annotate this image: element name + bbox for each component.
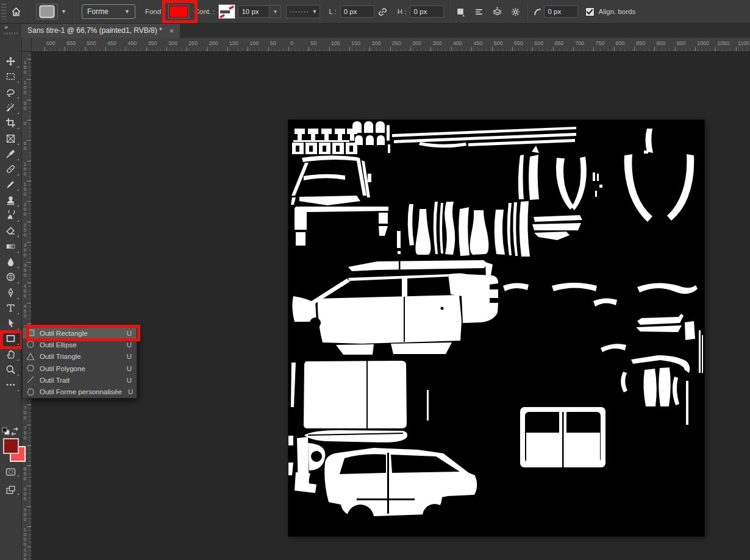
frame-tool[interactable]: [0, 132, 21, 147]
fill-color-swatch[interactable]: [169, 5, 188, 18]
chevron-down-icon[interactable]: ▼: [269, 5, 281, 18]
lasso-icon: [5, 87, 16, 100]
gradient-tool[interactable]: [0, 240, 21, 255]
lasso-tool[interactable]: [0, 86, 21, 101]
path-operations-icon[interactable]: [454, 5, 466, 18]
tools-panel: [0, 38, 22, 560]
shape-height-input[interactable]: [410, 5, 444, 18]
document-tab-bar: Sans titre-1 @ 66,7% (painted1, RVB/8) *…: [21, 23, 750, 38]
h-ruler-label: 300: [168, 40, 177, 46]
screen-mode-button[interactable]: [0, 483, 21, 497]
h-ruler-label: 50: [270, 40, 276, 46]
v-ruler-label: 350: [23, 263, 27, 278]
stroke-width-combo[interactable]: ▼: [238, 5, 281, 18]
shape-width-input[interactable]: [340, 5, 374, 18]
eyedropper-tool[interactable]: [0, 147, 21, 163]
h-ruler-tick: [736, 47, 737, 51]
marquee-tool[interactable]: [0, 70, 21, 85]
h-ruler-tick: [146, 47, 147, 51]
fill-label: Fond :: [145, 8, 165, 15]
toolbar-collapse[interactable]: »: [0, 23, 21, 38]
menu-item-shortcut: U: [127, 353, 132, 360]
menu-item-outil-triangle[interactable]: Outil TriangleU: [23, 351, 137, 363]
hand-tool[interactable]: [0, 348, 21, 363]
menu-item-label: Outil Rectangle: [40, 330, 121, 337]
history-brush-tool[interactable]: [0, 209, 21, 224]
h-ruler-label: 200: [371, 40, 380, 46]
h-ruler-label: 300: [412, 40, 421, 46]
h-ruler-tick: [105, 47, 106, 51]
stroke-width-input[interactable]: [238, 5, 269, 18]
crop-tool[interactable]: [0, 116, 21, 132]
home-icon[interactable]: [7, 5, 24, 18]
corner-radius-input[interactable]: [544, 5, 578, 18]
separator: [526, 4, 527, 19]
gear-icon[interactable]: [509, 5, 521, 18]
menu-item-outil-trait[interactable]: Outil TraitU: [23, 374, 137, 386]
shape-mode-select[interactable]: Forme ▼: [82, 4, 135, 19]
stamp-icon: [5, 195, 16, 208]
dodge-tool[interactable]: [0, 271, 21, 286]
quick-mask-button[interactable]: [0, 464, 21, 479]
vertical-ruler[interactable]: 1501005005010015020025030035040045050055…: [21, 51, 32, 560]
close-icon[interactable]: ×: [170, 26, 174, 35]
move-tool[interactable]: [0, 55, 21, 70]
align-edges-checkbox[interactable]: [585, 7, 595, 16]
tool-preset-picker[interactable]: ▼: [35, 2, 68, 21]
v-ruler-tick: [27, 161, 31, 161]
h-ruler-label: 1100: [738, 40, 749, 46]
h-ruler-tick: [248, 47, 248, 51]
h-ruler-tick: [695, 47, 696, 51]
v-ruler-label: 200: [23, 202, 27, 217]
corner-radius-icon: [532, 5, 544, 18]
h-ruler-label: 550: [514, 40, 523, 46]
h-ruler-tick: [553, 47, 554, 51]
stroke-type-combo[interactable]: ······· ▼: [286, 5, 320, 18]
pathsel-icon: [5, 318, 16, 331]
eraser-tool[interactable]: [0, 224, 21, 239]
options-bar-grip[interactable]: [1, 4, 6, 19]
document-tab[interactable]: Sans titre-1 @ 66,7% (painted1, RVB/8) *…: [21, 23, 180, 38]
align-edges-label: Align. bords: [598, 8, 635, 15]
h-ruler-label: 200: [209, 40, 218, 46]
blur-tool[interactable]: [0, 255, 21, 271]
clone-stamp-tool[interactable]: [0, 194, 21, 209]
h-ruler-tick: [166, 47, 167, 51]
menu-item-outil-rectangle[interactable]: Outil RectangleU: [23, 327, 137, 339]
canvas[interactable]: [288, 120, 704, 536]
v-ruler-label: 150: [23, 60, 27, 75]
type-tool[interactable]: [0, 302, 21, 317]
document-viewport[interactable]: [31, 51, 750, 560]
link-dimensions-icon[interactable]: [377, 5, 389, 18]
v-ruler-tick: [27, 59, 31, 60]
double-chevron-icon[interactable]: »: [4, 23, 8, 30]
brush-tool[interactable]: [0, 178, 21, 193]
menu-item-outil-ellipse[interactable]: Outil EllipseU: [23, 339, 137, 350]
stroke-color-swatch[interactable]: [218, 4, 235, 19]
height-label: H :: [398, 8, 407, 15]
v-ruler-label: 850: [23, 467, 27, 481]
v-ruler-label: 300: [23, 243, 27, 258]
path-arrangement-icon[interactable]: [491, 5, 503, 18]
foreground-color-swatch[interactable]: [3, 438, 19, 454]
v-ruler-label: 1000: [23, 528, 27, 547]
h-ruler-tick: [492, 47, 493, 51]
menu-item-outil-polygone[interactable]: Outil PolygoneU: [23, 363, 137, 374]
path-alignment-icon[interactable]: [473, 5, 485, 18]
zoom-tool[interactable]: [0, 363, 21, 378]
pen-tool[interactable]: [0, 286, 21, 302]
default-colors-control[interactable]: [1, 427, 21, 436]
quick-selection-tool[interactable]: [0, 101, 21, 116]
more-tools-tool[interactable]: [0, 378, 21, 394]
h-ruler-label: 100: [331, 40, 340, 46]
rectangle-tool[interactable]: [0, 332, 21, 347]
frame-icon: [5, 133, 16, 146]
menu-item-outil-forme-personnalis-e[interactable]: Outil Forme personnaliséeU: [23, 386, 137, 397]
horizontal-ruler[interactable]: 6005505004504003503002502001501005005010…: [31, 38, 750, 52]
dodge-icon: [5, 272, 16, 285]
path-selection-tool[interactable]: [0, 317, 21, 332]
healing-brush-tool[interactable]: [0, 163, 21, 178]
gradient-icon: [5, 241, 16, 254]
h-ruler-tick: [390, 47, 391, 51]
chevron-down-icon: ▼: [61, 9, 66, 15]
